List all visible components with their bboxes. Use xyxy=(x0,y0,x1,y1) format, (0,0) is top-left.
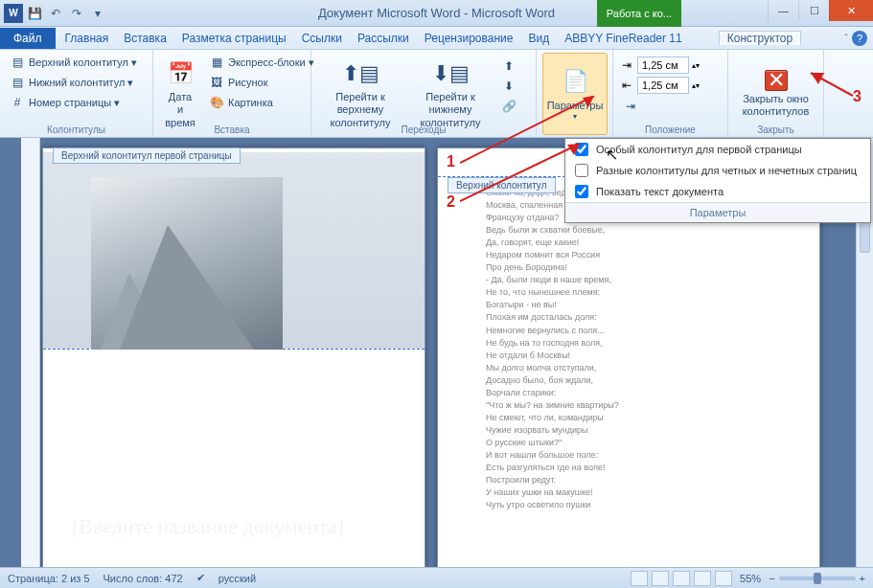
view-full-screen[interactable] xyxy=(652,571,669,586)
group-label: Колонтитулы xyxy=(0,124,152,135)
footer-bottom-input[interactable] xyxy=(637,77,689,94)
group-insert: 📅 Дата и время ▦Экспресс-блоки ▾ 🖼Рисуно… xyxy=(153,50,311,137)
picture-icon: 🖼 xyxy=(209,75,224,90)
tab-view[interactable]: Вид xyxy=(520,32,557,45)
tab-abbyy[interactable]: ABBYY FineReader 11 xyxy=(557,32,690,45)
ribbon-tabs: Файл Главная Вставка Разметка страницы С… xyxy=(0,27,873,50)
zoom-slider-thumb[interactable] xyxy=(814,573,821,584)
header-button[interactable]: ▤Верхний колонтитул ▾ xyxy=(6,53,147,72)
status-right: 55% − + xyxy=(631,571,865,586)
tab-layout[interactable]: Разметка страницы xyxy=(174,32,294,45)
tab-constructor[interactable]: Конструктор xyxy=(719,31,801,45)
page-number-button[interactable]: #Номер страницы ▾ xyxy=(6,93,147,112)
header-tab-first-page: Верхний колонтитул первой страницы xyxy=(53,147,241,164)
tab-mailings[interactable]: Рассылки xyxy=(350,32,417,45)
collapse-ribbon-icon[interactable]: ˆ xyxy=(844,33,848,44)
header-tab: Верхний колонтитул xyxy=(448,177,556,193)
maximize-button[interactable]: ☐ xyxy=(798,0,829,21)
group-label: Вставка xyxy=(153,124,310,135)
view-print-layout[interactable] xyxy=(631,571,648,586)
tab-home[interactable]: Главная xyxy=(57,32,117,45)
file-tab[interactable]: Файл xyxy=(0,28,56,49)
goto-footer-icon: ⬇▤ xyxy=(435,58,466,89)
quick-parts-button[interactable]: ▦Экспресс-блоки ▾ xyxy=(205,53,318,72)
option-show-document-text[interactable]: Показать текст документа xyxy=(565,181,870,202)
group-headers-footers: ▤Верхний колонтитул ▾ ▤Нижний колонтитул… xyxy=(0,50,153,137)
prev-section-button[interactable]: ⬆ xyxy=(497,57,520,76)
picture-button[interactable]: 🖼Рисунок xyxy=(205,73,318,92)
status-page[interactable]: Страница: 2 из 5 xyxy=(8,573,90,584)
date-time-button[interactable]: 📅 Дата и время xyxy=(159,53,201,135)
goto-header-icon: ⬆▤ xyxy=(345,58,376,89)
vertical-ruler[interactable] xyxy=(21,138,40,567)
status-word-count[interactable]: Число слов: 472 xyxy=(103,573,183,584)
annotation-3: 3 xyxy=(853,88,862,105)
group-label: Переходы xyxy=(311,124,536,135)
options-button[interactable]: 📄 Параметры▾ xyxy=(542,53,608,135)
tab-references[interactable]: Ссылки xyxy=(294,32,350,45)
tab-icon: ⇥ xyxy=(623,99,638,114)
header-top-input[interactable] xyxy=(637,57,689,74)
view-web[interactable] xyxy=(673,571,690,586)
tab-insert[interactable]: Вставка xyxy=(116,32,174,45)
annotation-2: 2 xyxy=(447,193,455,211)
ribbon-help: ˆ ? xyxy=(844,31,867,46)
status-spellcheck-icon[interactable]: ✔ xyxy=(196,572,205,584)
options-icon: 📄 xyxy=(560,67,590,98)
close-button[interactable]: ✕ xyxy=(829,0,873,21)
margin-top-icon: ⇥ xyxy=(619,57,634,73)
status-language[interactable]: русский xyxy=(218,573,256,584)
close-x-icon: ✕ xyxy=(765,70,788,91)
group-close: ✕ Закрыть окно колонтитулов Закрыть xyxy=(728,50,824,137)
prev-icon: ⬆ xyxy=(501,58,517,74)
page-1[interactable]: Верхний колонтитул первой страницы [Введ… xyxy=(42,147,425,567)
view-outline[interactable] xyxy=(694,571,711,586)
insert-align-tab[interactable]: ⇥ xyxy=(619,97,722,116)
header-icon: ▤ xyxy=(10,55,25,70)
zoom-out-button[interactable]: − xyxy=(769,573,774,584)
save-icon[interactable]: 💾 xyxy=(25,4,44,23)
dropdown-footer: Параметры xyxy=(565,202,870,222)
next-section-button[interactable]: ⬇ xyxy=(497,77,520,96)
minimize-button[interactable]: — xyxy=(768,0,798,21)
mouse-cursor-icon: ↖ xyxy=(606,146,618,164)
group-navigation: ⬆▤ Перейти к верхнему колонтитулу ⬇▤ Пер… xyxy=(311,50,537,137)
clipart-button[interactable]: 🎨Картинка xyxy=(205,93,318,112)
calendar-icon: 📅 xyxy=(165,58,195,89)
document-body-text: Скажи-ка, дядя, ведь не даром Москва, сп… xyxy=(438,177,819,521)
link-prev-button[interactable]: 🔗 xyxy=(497,97,520,116)
zoom-slider[interactable] xyxy=(779,577,856,580)
header-from-top[interactable]: ⇥▴▾ xyxy=(619,57,722,74)
help-icon[interactable]: ? xyxy=(852,31,867,46)
checkbox-show-text[interactable] xyxy=(575,185,588,198)
checkbox-first-page[interactable] xyxy=(575,143,588,156)
link-icon: 🔗 xyxy=(501,99,517,114)
ribbon: ▤Верхний колонтитул ▾ ▤Нижний колонтитул… xyxy=(0,50,873,138)
footer-from-bottom[interactable]: ⇤▴▾ xyxy=(619,77,722,94)
view-draft[interactable] xyxy=(715,571,732,586)
goto-footer-button[interactable]: ⬇▤ Перейти к нижнему колонтитулу xyxy=(407,53,494,135)
undo-icon[interactable]: ↶ xyxy=(46,4,65,23)
group-position: ⇥▴▾ ⇤▴▾ ⇥ Положение xyxy=(613,50,728,137)
goto-header-button[interactable]: ⬆▤ Перейти к верхнему колонтитулу xyxy=(317,53,403,135)
tab-review[interactable]: Рецензирование xyxy=(417,32,521,45)
close-header-footer-button[interactable]: ✕ Закрыть окно колонтитулов xyxy=(734,53,817,135)
zoom-level[interactable]: 55% xyxy=(740,573,761,584)
footer-button[interactable]: ▤Нижний колонтитул ▾ xyxy=(6,73,147,92)
window-title: Документ Microsoft Word - Microsoft Word xyxy=(318,6,555,20)
window-controls: — ☐ ✕ xyxy=(768,0,873,21)
quick-access-toolbar: W 💾 ↶ ↷ ▾ xyxy=(0,4,111,23)
margin-bottom-icon: ⇤ xyxy=(619,78,634,93)
clipart-icon: 🎨 xyxy=(209,95,224,110)
footer-icon: ▤ xyxy=(10,75,25,90)
checkbox-odd-even[interactable] xyxy=(575,164,588,177)
header-zone-first-page[interactable]: Верхний колонтитул первой страницы xyxy=(43,148,425,350)
redo-icon[interactable]: ↷ xyxy=(67,4,86,23)
cover-image-placeholder xyxy=(91,177,283,350)
title-bar: W 💾 ↶ ↷ ▾ Документ Microsoft Word - Micr… xyxy=(0,0,873,27)
qat-more-icon[interactable]: ▾ xyxy=(88,4,107,23)
zoom-in-button[interactable]: + xyxy=(860,573,865,584)
next-icon: ⬇ xyxy=(501,79,517,94)
cover-title-placeholder[interactable]: [Введите название документа] xyxy=(72,514,396,539)
contextual-tab-label: Работа с ко... xyxy=(597,0,681,27)
